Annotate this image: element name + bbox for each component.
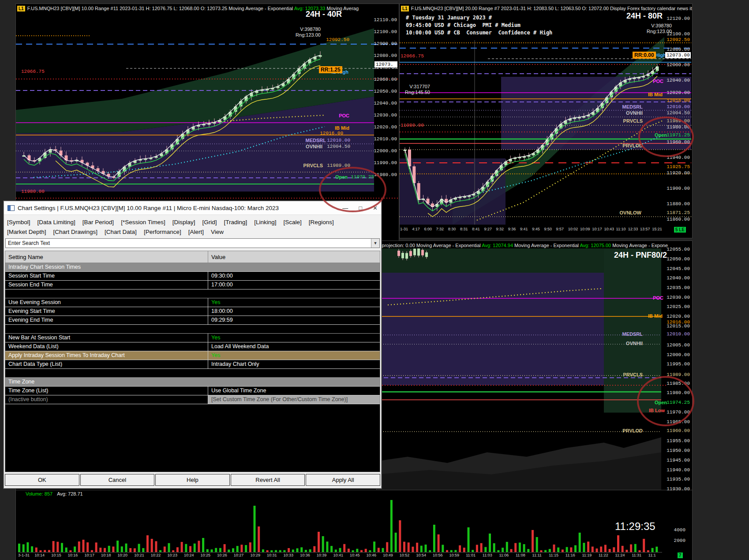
apply-all-button[interactable]: Apply All — [306, 474, 380, 486]
setting-name: Time Zone (List) — [5, 387, 208, 395]
setting-value[interactable]: Yes — [208, 334, 380, 342]
tab-chart-drawings[interactable]: [Chart Drawings] — [53, 229, 98, 235]
tab-regions[interactable]: [Regions] — [309, 219, 334, 226]
time-label: 8:31 — [460, 227, 468, 231]
level-label: 11989.00 — [302, 163, 350, 169]
table-row[interactable]: Session End Time17:00:00 — [5, 281, 380, 289]
level-label: OVNLOW — [593, 210, 641, 216]
settings-search[interactable]: ▼ — [5, 238, 380, 248]
price-tick: 12060.00 — [662, 62, 690, 68]
price-tick: 12035.00 — [662, 285, 690, 291]
tab-alert[interactable]: [Alert] — [188, 229, 204, 235]
search-input[interactable] — [6, 239, 371, 248]
setting-value[interactable]: Intraday Chart Only — [208, 360, 380, 368]
help-button[interactable]: Help — [155, 474, 230, 486]
section-row[interactable]: Intraday Chart Session Times — [5, 263, 380, 272]
price-tick: 12080.00 — [369, 53, 397, 59]
price-tick: 11995.00 — [662, 361, 690, 367]
section-row[interactable]: Time Zone — [5, 378, 380, 387]
time-axis-80r[interactable]: 1-314:176:007:328:308:318:419:279:329:36… — [400, 227, 665, 233]
dialog-title: Chart Settings | F.US.MNQH23 [CBV][M] 10… — [18, 205, 279, 211]
tab-symbol[interactable]: [Symbol] — [7, 219, 30, 226]
time-label: 10:20 — [118, 553, 128, 557]
time-label: 10:25 — [201, 553, 211, 557]
minimize-button[interactable]: — — [342, 205, 348, 211]
table-row[interactable]: (Inactive button)[Set Custom Time Zone (… — [5, 395, 380, 404]
volume-pane[interactable]: Volume: 857Avg: 728.71 11:29:35 4000 200… — [15, 490, 693, 560]
tab-trading[interactable]: [Trading] — [224, 219, 247, 226]
time-axis-bottom[interactable]: 3-1-3110:1410:1510:1610:1710:1810:2010:2… — [18, 553, 675, 559]
tab-chart-data[interactable]: [Chart Data] — [105, 229, 137, 235]
setting-name: Use Evening Session — [5, 298, 208, 307]
tab-display[interactable]: [Display] — [172, 219, 195, 226]
table-row[interactable]: Time Zone (List)Use Global Time Zone — [5, 387, 380, 395]
revert-all-button[interactable]: Revert All — [231, 474, 305, 486]
level-label: 11979.25 — [326, 174, 374, 180]
price-chart-pnf[interactable] — [377, 248, 691, 492]
table-row[interactable]: Session Start Time09:30:00 — [5, 272, 380, 281]
tab-session-times[interactable]: [*Session Times] — [121, 219, 165, 226]
level-label: 11925.75 — [641, 164, 690, 170]
setting-name: Session End Time — [5, 281, 208, 289]
tab-bar-period[interactable]: [Bar Period] — [82, 219, 114, 226]
time-label: 9:45 — [532, 227, 540, 231]
setting-value[interactable]: 17:00:00 — [208, 281, 380, 289]
chart-settings-dialog[interactable]: Chart Settings | F.US.MNQH23 [CBV][M] 10… — [4, 201, 382, 489]
tab-view[interactable]: View — [211, 229, 224, 235]
table-row[interactable]: Evening End Time09:29:59 — [5, 316, 380, 325]
time-label: 1-31 — [400, 227, 408, 231]
tab-scale[interactable]: [Scale] — [284, 219, 302, 226]
tab-linking[interactable]: [Linking] — [254, 219, 276, 226]
table-row[interactable]: Weekend Data (List)Load All Weekend Data — [5, 342, 380, 351]
avg-value: Avg: 12075.00 — [580, 243, 612, 248]
time-label: 10:24 — [184, 553, 194, 557]
price-tick: 12000.00 — [369, 148, 397, 154]
table-row[interactable]: Use Evening SessionYes — [5, 298, 380, 307]
price-tick: 12050.00 — [369, 89, 397, 94]
level-label: POC — [301, 113, 349, 119]
price-tick: 11945.00 — [662, 458, 690, 463]
setting-name: (Inactive button) — [5, 395, 208, 404]
rr-badge: RR:1.25 — [319, 66, 342, 73]
tab-grid[interactable]: [Grid] — [202, 219, 217, 226]
setting-value[interactable]: 18:00:00 — [208, 307, 380, 316]
chart-period-label: 24H - 80R — [610, 11, 663, 21]
close-button[interactable]: ✕ — [373, 205, 378, 211]
time-label: 9:41 — [520, 227, 528, 231]
dialog-buttons: OKCancelHelpRevert AllApply All — [5, 474, 380, 486]
setting-value[interactable]: Yes — [208, 298, 380, 307]
volume-avg: Avg: 728.71 — [57, 491, 83, 496]
level-label: 12004.50 — [302, 144, 350, 150]
table-row[interactable]: Apply Intraday Session Times To Intraday… — [5, 351, 380, 360]
table-row[interactable]: Evening Start Time18:00:00 — [5, 307, 380, 316]
link-badge: L1 — [17, 6, 25, 11]
price-tick: 12025.00 — [662, 304, 690, 310]
setting-value[interactable]: 09:29:59 — [208, 316, 380, 324]
setting-value[interactable]: Load All Weekend Data — [208, 342, 380, 351]
time-label: 11:11 — [532, 553, 542, 557]
time-label: 10:02 — [568, 227, 578, 231]
setting-value[interactable]: Yes — [208, 351, 380, 360]
cancel-button[interactable]: Cancel — [80, 474, 155, 486]
section-title: Time Zone — [5, 378, 380, 386]
time-label: 10:26 — [217, 553, 227, 557]
time-label: 10:29 — [250, 553, 260, 557]
chart-title: F.US.MNQH23 [CBV][M] 20.00 Range #7 2023… — [411, 6, 692, 11]
ok-button[interactable]: OK — [5, 474, 79, 486]
tab-data-limiting[interactable]: [Data Limiting] — [37, 219, 75, 226]
setting-value[interactable]: Use Global Time Zone — [208, 387, 380, 395]
price-chart-80r[interactable] — [400, 14, 691, 234]
chart-panel-pnf[interactable]: s projection: 0.00 Moving Average - Expo… — [376, 241, 693, 493]
table-row[interactable]: Chart Data Type (List)Intraday Chart Onl… — [5, 360, 380, 369]
maximize-button[interactable]: □ — [359, 205, 362, 211]
chevron-down-icon[interactable]: ▼ — [371, 239, 379, 248]
price-tick: 12060.00 — [369, 77, 397, 83]
tab-performance[interactable]: [Performance] — [144, 229, 181, 235]
price-alert-label: 11980.00 — [401, 123, 424, 128]
table-row[interactable]: New Bar At Session StartYes — [5, 334, 380, 342]
dialog-titlebar[interactable]: Chart Settings | F.US.MNQH23 [CBV][M] 10… — [4, 201, 381, 215]
tab-market-depth[interactable]: [Market Depth] — [7, 229, 46, 235]
setting-value[interactable]: [Set Custom Time Zone (For Other/Custom … — [208, 395, 380, 404]
price-tick: 12110.00 — [369, 17, 397, 23]
setting-value[interactable]: 09:30:00 — [208, 272, 380, 280]
